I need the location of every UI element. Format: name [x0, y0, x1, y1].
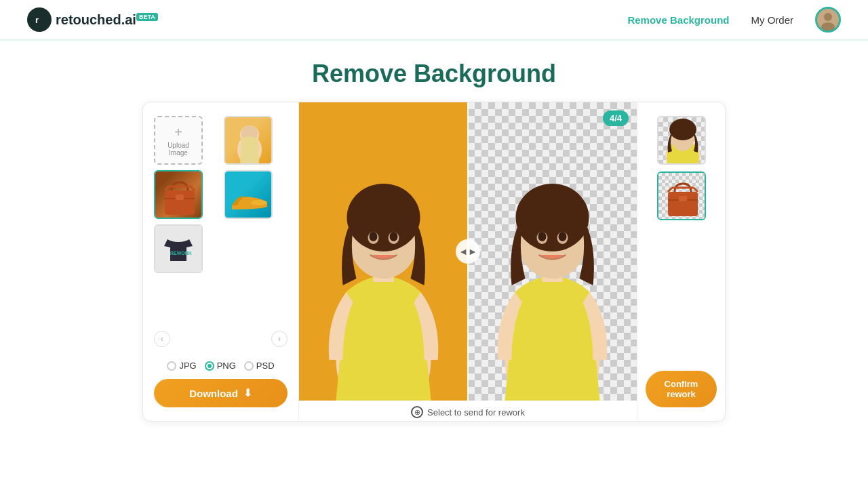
format-section: JPG PNG PSD	[154, 361, 288, 371]
format-jpg-label: JPG	[179, 361, 196, 371]
left-panel: + UploadImage	[143, 102, 299, 421]
logo: r retouched.aiBETA	[27, 7, 158, 32]
svg-point-29	[538, 232, 547, 241]
nav-arrows: ‹ ›	[154, 325, 288, 352]
svg-point-18	[347, 184, 420, 251]
result-thumb-bag[interactable]	[657, 171, 706, 220]
svg-point-33	[669, 119, 696, 140]
thumb-bag[interactable]	[154, 170, 203, 219]
main-container: + UploadImage	[0, 102, 868, 442]
svg-rect-11	[176, 195, 184, 200]
avatar[interactable]	[815, 7, 841, 33]
svg-rect-34	[668, 192, 698, 216]
nav: Remove Background My Order	[627, 7, 841, 33]
svg-point-0	[33, 13, 46, 26]
svg-text:REWORK: REWORK	[170, 251, 192, 256]
svg-point-13	[251, 200, 267, 205]
radio-png	[205, 361, 214, 371]
nav-remove-background[interactable]: Remove Background	[627, 14, 729, 26]
center-panel: 4/4	[299, 102, 637, 421]
thumb-woman[interactable]	[224, 116, 273, 165]
svg-point-21	[370, 232, 378, 241]
svg-text:r: r	[35, 15, 39, 25]
format-psd-label: PSD	[256, 361, 275, 371]
format-psd[interactable]: PSD	[244, 361, 275, 371]
main-card: + UploadImage	[142, 102, 726, 422]
nav-my-order[interactable]: My Order	[751, 14, 793, 26]
logo-icon: r	[27, 7, 52, 32]
thumb-shoe[interactable]	[224, 170, 273, 219]
upload-label: UploadImage	[167, 142, 189, 157]
logo-text: retouched.aiBETA	[56, 12, 158, 28]
image-compare: 4/4	[299, 102, 637, 401]
download-button[interactable]: Download ⬇	[154, 379, 288, 407]
format-jpg[interactable]: JPG	[167, 361, 196, 371]
page-title-section: Remove Background	[0, 41, 868, 102]
radio-jpg	[167, 361, 176, 371]
compare-badge: 4/4	[603, 110, 629, 126]
svg-point-26	[516, 184, 589, 251]
svg-point-22	[390, 232, 398, 241]
compare-left	[299, 102, 468, 401]
compare-right	[468, 102, 637, 401]
confirm-rework-label: Confirm rework	[665, 379, 698, 399]
rework-hint-text: Select to send for rework	[427, 407, 525, 418]
result-thumb-woman[interactable]	[657, 116, 706, 165]
drag-handle[interactable]: ◄►	[456, 239, 480, 264]
thumb-shirt[interactable]: REWORK	[154, 224, 203, 273]
rework-hint: ⊕ Select to send for rework	[411, 401, 525, 421]
thumbnail-grid: + UploadImage	[154, 116, 288, 273]
svg-rect-36	[679, 196, 687, 201]
svg-rect-9	[165, 190, 195, 215]
svg-point-30	[559, 232, 567, 241]
svg-point-3	[824, 13, 832, 21]
right-panel: Confirm rework	[637, 102, 725, 421]
page-title: Remove Background	[0, 60, 868, 88]
format-png[interactable]: PNG	[205, 361, 236, 371]
rework-icon: ⊕	[411, 406, 423, 418]
format-png-label: PNG	[217, 361, 236, 371]
download-label: Download	[189, 388, 238, 399]
plus-icon: +	[174, 125, 182, 140]
confirm-rework-button[interactable]: Confirm rework	[646, 371, 717, 407]
upload-button[interactable]: + UploadImage	[154, 116, 203, 165]
download-icon: ⬇	[243, 387, 252, 399]
radio-psd	[244, 361, 254, 371]
header: r retouched.aiBETA Remove Background My …	[0, 0, 868, 41]
drag-arrows-icon: ◄►	[458, 246, 477, 257]
next-arrow[interactable]: ›	[271, 331, 288, 347]
prev-arrow[interactable]: ‹	[154, 331, 170, 347]
